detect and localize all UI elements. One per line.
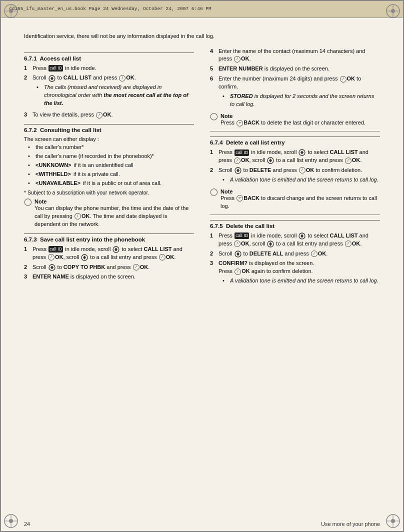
section-673-header: 6.7.3 Save call list entry into the phon… [24, 234, 194, 242]
bullet-item: A validation tone is emitted and the scr… [222, 277, 380, 285]
item-num: 6 [210, 75, 216, 110]
divider [210, 214, 380, 215]
svg-marker-23 [83, 256, 86, 258]
list-item: 1 Press call ID in idle mode, scroll to … [210, 232, 380, 248]
list-item: 3 CONFIRM? is displayed on the screen. P… [210, 260, 380, 286]
note-text: Press ↩BACK to discard change and the sc… [220, 194, 380, 210]
note-icon: ◯ [24, 198, 32, 206]
section-675-header: 6.7.5 Delete the call list [210, 220, 380, 229]
intro-paragraph: Identification service, there will not b… [24, 32, 380, 40]
ok-icon: / [234, 158, 240, 164]
list-item: 4 Enter the name of the contact (maximum… [210, 48, 380, 64]
item-content: To view the details, press /OK. [32, 111, 194, 119]
list-item: 1 Press call ID in idle mode, scroll to … [210, 148, 380, 164]
svg-point-7 [391, 9, 395, 13]
corner-mark-tr [385, 3, 401, 19]
section-671-header: 6.7.1 Access call list [24, 52, 194, 62]
scroll-icon [48, 264, 56, 271]
ok-icon: / [159, 254, 166, 260]
svg-point-3 [9, 9, 13, 13]
section-671-list: 1 Press call ID in idle mode. 2 Scroll t… [24, 64, 194, 120]
svg-point-11 [9, 519, 13, 523]
item-num: 1 [24, 246, 30, 262]
ok-icon: / [74, 213, 81, 220]
svg-marker-26 [50, 266, 54, 268]
bullet-item: <UNAVAILABLE> if it is a public or out o… [28, 180, 194, 188]
note-text: You can display the phone number, the ti… [34, 204, 194, 228]
callid-icon: call ID [234, 232, 249, 239]
note-text: Press ↩BACK to delete the last digit or … [220, 119, 380, 127]
item-num: 5 [210, 65, 216, 73]
note-content: Note You can display the phone number, t… [34, 198, 194, 228]
section-673-list: 1 Press call ID in idle mode, scroll to … [24, 246, 194, 282]
list-item: 5 ENTER NUMBER is displayed on the scree… [210, 65, 380, 73]
bullet-item: <WITHHELD> if it is a private call. [28, 170, 194, 178]
note-icon: ◯ [210, 112, 218, 120]
svg-marker-45 [236, 254, 240, 256]
bullet-item: STORED is displayed for 2 seconds and th… [222, 92, 380, 108]
svg-marker-21 [114, 250, 118, 252]
note-label: Note [220, 188, 232, 194]
ok-icon: / [96, 112, 102, 118]
section-671-num: 6.7.1 [24, 56, 37, 62]
section-675-num: 6.7.5 [210, 223, 223, 229]
item-num: 3 [24, 273, 30, 281]
corner-mark-bl [3, 513, 19, 529]
section-673-label: Save call list entry into the phonebook [40, 236, 145, 242]
item-num: 3 [210, 260, 216, 286]
item-content: Scroll to COPY TO PHBK and press /OK. [32, 264, 194, 272]
scroll-icon [267, 157, 274, 164]
bullet-item: the caller's name (if recorded in the ph… [28, 152, 194, 160]
section-673-title: 6.7.3 Save call list entry into the phon… [24, 236, 194, 242]
note-content: Note Press ↩BACK to discard change and t… [220, 188, 380, 210]
scroll-icon [298, 232, 306, 240]
scroll-icon [48, 75, 56, 82]
section-673-cont-list: 4 Enter the name of the contact (maximum… [210, 48, 380, 110]
svg-marker-33 [269, 160, 272, 162]
item-num: 2 [24, 264, 30, 272]
item-content: Scroll to DELETE ALL and press /OK. [218, 250, 380, 258]
bullet-item: A validation tone is emitted and the scr… [222, 176, 380, 184]
ok-icon: / [48, 254, 54, 260]
list-item: 6 Enter the number (maximum 24 digits) a… [210, 75, 380, 110]
bullet-item: the caller's number* [28, 144, 194, 152]
callid-icon: call ID [234, 150, 249, 156]
item-num: 2 [210, 166, 216, 186]
left-column: 6.7.1 Access call list 1 Press call ID i… [24, 48, 194, 500]
right-column: 4 Enter the name of the contact (maximum… [210, 48, 380, 500]
svg-marker-32 [269, 158, 272, 160]
item-num: 4 [210, 48, 216, 64]
section-671-label: Access call list [40, 56, 81, 62]
svg-marker-27 [50, 268, 54, 270]
section-672-header: 6.7.2 Consulting the call list [24, 124, 194, 133]
ok-icon: / [119, 75, 126, 82]
divider [210, 131, 380, 132]
section-674-num: 6.7.4 [210, 140, 223, 146]
section-672-label: Consulting the call list [40, 127, 102, 133]
svg-point-15 [391, 519, 395, 523]
page-number: 24 [24, 521, 30, 527]
callid-icon: call ID [48, 65, 63, 72]
note-icon: ◯ [210, 188, 218, 196]
svg-marker-29 [300, 150, 304, 152]
section-673-num: 6.7.3 [24, 236, 37, 242]
list-item: 2 Scroll to CALL LIST and press /OK. The… [24, 74, 194, 109]
section-675-label: Delete the call list [226, 223, 274, 229]
bullet-list: STORED is displayed for 2 seconds and th… [222, 92, 380, 108]
section-672-title: 6.7.2 Consulting the call list [24, 127, 194, 133]
list-item: 1 Press call ID in idle mode, scroll to … [24, 246, 194, 262]
section-674-title: 6.7.4 Delete a call list entry [210, 140, 380, 146]
scroll-icon [267, 240, 274, 248]
section-674-label: Delete a call list entry [226, 140, 285, 146]
svg-marker-17 [50, 76, 54, 78]
item-num: 3 [24, 111, 30, 119]
item-content: Enter the number (maximum 24 digits) and… [218, 75, 380, 110]
item-num: 1 [24, 64, 30, 72]
note-label: Note [34, 198, 46, 204]
section-671-title: 6.7.1 Access call list [24, 56, 194, 62]
list-item: 2 Scroll to DELETE and press /OK to conf… [210, 166, 380, 186]
bullet-item: The calls (missed and received) are disp… [36, 84, 194, 108]
corner-mark-tl [3, 3, 19, 19]
footer-tagline: Use more of your phone [321, 521, 380, 527]
list-item: 2 Scroll to DELETE ALL and press /OK. [210, 250, 380, 258]
